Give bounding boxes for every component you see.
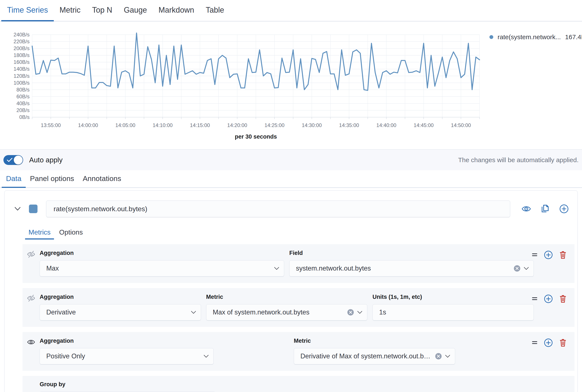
metric-row: Aggregation Derivative Metric Max of sys… (23, 288, 574, 327)
svg-text:14:25:00: 14:25:00 (264, 122, 284, 128)
auto-apply-bar: Auto apply The changes will be automatic… (0, 149, 582, 170)
trash-icon[interactable] (559, 250, 567, 260)
tab-annotations[interactable]: Annotations (79, 170, 126, 188)
field-combobox[interactable]: system.network.out.bytes (289, 260, 534, 276)
row-actions (531, 294, 567, 304)
time-series-chart: 0B/s20B/s40B/s60B/s80B/s100B/s120B/s140B… (0, 22, 481, 149)
series-label-input[interactable] (46, 200, 510, 217)
chart-section: 0B/s20B/s40B/s60B/s80B/s100B/s120B/s140B… (0, 22, 582, 149)
eye-icon[interactable] (27, 338, 35, 346)
series-tabs: MetricsOptions (25, 226, 577, 240)
chart-area: 0B/s20B/s40B/s60B/s80B/s100B/s120B/s140B… (0, 22, 481, 149)
svg-text:14:40:00: 14:40:00 (376, 122, 396, 128)
field-label: Field (289, 250, 534, 256)
field-label: Metric (294, 338, 455, 344)
aggregation-select[interactable]: Derivative (40, 304, 201, 320)
svg-text:14:15:00: 14:15:00 (190, 122, 210, 128)
svg-text:14:30:00: 14:30:00 (302, 122, 322, 128)
svg-text:80B/s: 80B/s (17, 87, 30, 92)
field-label: Metric (206, 294, 367, 300)
plus-circle-icon[interactable] (544, 338, 553, 348)
tab-top-n[interactable]: Top N (86, 0, 118, 22)
eye-icon[interactable] (521, 204, 531, 214)
tab-time-series[interactable]: Time Series (1, 0, 54, 22)
tab-markdown[interactable]: Markdown (153, 0, 200, 22)
tab-table[interactable]: Table (200, 0, 230, 22)
chart-legend-item[interactable]: rate(system.network... 167.4B/s (481, 22, 582, 149)
auto-apply-toggle[interactable] (4, 155, 23, 165)
metric-rows: Aggregation Max Field system.network.out… (5, 244, 577, 371)
eye-slash-icon[interactable] (27, 250, 35, 258)
tsvb-editor: Time SeriesMetricTop NGaugeMarkdownTable… (0, 0, 582, 392)
metric-combobox[interactable]: Max of system.network.out.bytes (206, 304, 367, 320)
drag-handle-icon[interactable] (531, 296, 538, 301)
tab-metrics[interactable]: Metrics (25, 226, 54, 240)
chevron-down-icon (191, 310, 196, 314)
series-color-swatch[interactable] (29, 204, 38, 213)
series-header-actions (521, 204, 569, 214)
field-label: Aggregation (40, 294, 201, 300)
svg-text:220B/s: 220B/s (14, 38, 30, 44)
svg-text:14:35:00: 14:35:00 (339, 122, 359, 128)
plus-circle-icon[interactable] (544, 294, 553, 304)
auto-apply-label: Auto apply (29, 156, 63, 164)
group-by-row: Group by Everything (23, 376, 574, 392)
eye-slash-icon[interactable] (27, 294, 35, 302)
svg-text:14:20:00: 14:20:00 (227, 122, 247, 128)
chevron-down-icon (445, 354, 450, 358)
tab-panel-options[interactable]: Panel options (26, 170, 79, 188)
field-group: Metric Max of system.network.out.bytes (206, 294, 367, 320)
clear-icon[interactable] (513, 265, 521, 272)
chevron-down-icon (357, 310, 362, 314)
legend-series-value: 167.4B/s (565, 34, 582, 41)
chevron-down-icon (524, 267, 529, 270)
svg-text:per 30 seconds: per 30 seconds (235, 134, 277, 140)
drag-handle-icon[interactable] (531, 252, 538, 257)
svg-text:14:10:00: 14:10:00 (153, 122, 173, 128)
editor-tabs: DataPanel optionsAnnotations (0, 170, 582, 188)
svg-text:20B/s: 20B/s (17, 107, 30, 113)
plus-circle-icon[interactable] (544, 250, 553, 260)
field-label: Aggregation (40, 250, 284, 256)
drag-handle-icon[interactable] (531, 340, 538, 345)
metric-combobox[interactable]: Derivative of Max of system.network.out.… (294, 348, 455, 364)
field-label: Aggregation (40, 338, 214, 344)
tab-metric[interactable]: Metric (54, 0, 86, 22)
field-group: Units (1s, 1m, etc) 1s (372, 294, 534, 320)
tab-data[interactable]: Data (2, 170, 26, 188)
chevron-down-icon[interactable] (14, 207, 21, 211)
series-header (5, 200, 577, 217)
svg-text:14:45:00: 14:45:00 (414, 122, 433, 128)
trash-icon[interactable] (559, 294, 567, 304)
clear-icon[interactable] (435, 352, 442, 360)
auto-apply-hint: The changes will be automatically applie… (458, 156, 578, 164)
field-group: Field system.network.out.bytes (289, 250, 534, 276)
tab-options[interactable]: Options (56, 226, 86, 240)
svg-text:140B/s: 140B/s (14, 66, 30, 72)
units-1s-1m-etc-input[interactable]: 1s (372, 304, 534, 320)
chevron-down-icon (204, 354, 209, 358)
field-label: Units (1s, 1m, etc) (372, 294, 534, 300)
metric-row: Aggregation Positive Only Metric Derivat… (23, 332, 574, 371)
svg-text:13:55:00: 13:55:00 (41, 122, 61, 128)
field-group: Aggregation Max (40, 250, 284, 276)
svg-text:60B/s: 60B/s (17, 94, 30, 100)
aggregation-select[interactable]: Positive Only (40, 348, 214, 364)
field-group: Aggregation Derivative (40, 294, 201, 320)
toggle-knob (14, 156, 23, 164)
trash-icon[interactable] (559, 338, 567, 348)
field-group: Metric Derivative of Max of system.netwo… (294, 338, 455, 364)
clear-icon[interactable] (347, 309, 354, 316)
field-group: Aggregation Positive Only (40, 338, 214, 364)
svg-text:160B/s: 160B/s (14, 59, 30, 65)
plus-circle-icon[interactable] (559, 204, 569, 214)
svg-text:200B/s: 200B/s (14, 46, 30, 51)
aggregation-select[interactable]: Max (40, 260, 284, 276)
copy-icon[interactable] (540, 204, 550, 214)
row-actions (531, 338, 567, 348)
metric-row: Aggregation Max Field system.network.out… (23, 244, 574, 283)
legend-series-dot (489, 35, 493, 39)
check-icon (7, 158, 13, 162)
tab-gauge[interactable]: Gauge (118, 0, 153, 22)
chevron-down-icon (274, 267, 279, 270)
